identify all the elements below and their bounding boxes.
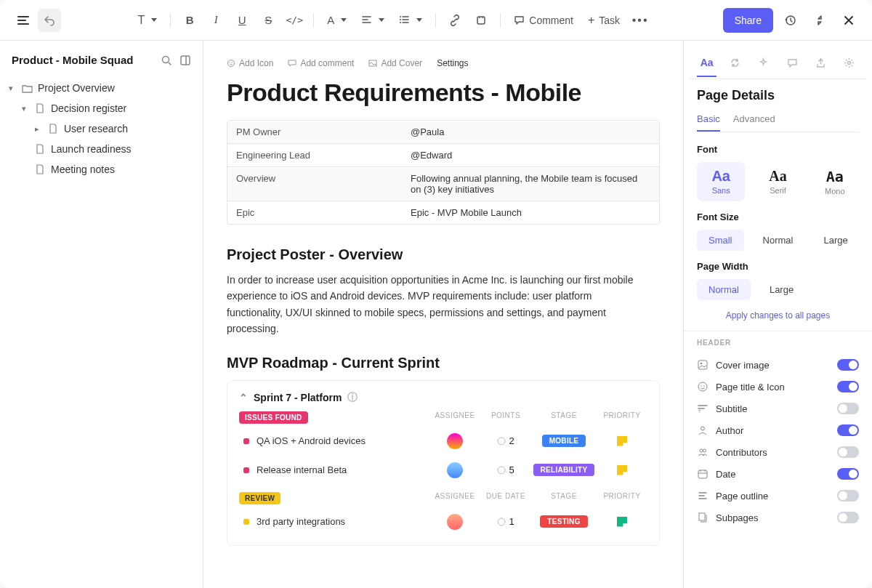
task-row[interactable]: QA iOS + Android devices2MOBILE — [239, 427, 647, 456]
size-normal[interactable]: Normal — [751, 230, 805, 251]
user-icon — [697, 424, 708, 436]
font-card-serif[interactable]: AaSerif — [754, 162, 802, 201]
panel-tab-refresh[interactable] — [722, 49, 748, 76]
add-icon-button[interactable]: Add Icon — [227, 58, 273, 68]
document-icon — [48, 124, 60, 134]
width-large[interactable]: Large — [758, 279, 805, 300]
status-dot — [243, 519, 249, 525]
strike-button[interactable]: S — [257, 9, 280, 32]
priority-flag — [617, 465, 627, 475]
switch[interactable] — [837, 359, 859, 371]
font-label: Font — [697, 144, 859, 155]
switch[interactable] — [837, 424, 859, 436]
tree-item-meeting-notes[interactable]: Meeting notes — [13, 159, 203, 180]
switch[interactable] — [837, 381, 859, 392]
apply-all-link[interactable]: Apply changes to all pages — [697, 310, 859, 321]
status-pill: ISSUES FOUND — [239, 411, 308, 424]
toggle-author: Author — [697, 419, 859, 441]
panel-tab-settings[interactable] — [836, 49, 862, 76]
align-dropdown[interactable] — [355, 9, 390, 32]
table-row: PM Owner@Paula — [227, 121, 659, 144]
info-icon[interactable]: ⓘ — [347, 391, 358, 404]
chevron-up-icon[interactable]: ⌃ — [239, 392, 248, 403]
tree-item-user-research[interactable]: ▸ User research — [26, 118, 203, 139]
text-color-dropdown[interactable]: A — [321, 9, 352, 32]
svg-rect-25 — [699, 513, 705, 520]
svg-point-7 — [228, 60, 235, 67]
switch[interactable] — [837, 512, 859, 523]
points: 2 — [480, 435, 531, 446]
add-comment-button[interactable]: Add comment — [288, 58, 354, 68]
tree-item-decision-register[interactable]: ▾ Decision register — [13, 98, 203, 118]
task-row[interactable]: Release internal Beta5RELIABILITY — [239, 456, 647, 485]
avatar[interactable] — [447, 514, 463, 530]
task-name: Release internal Beta — [257, 464, 429, 475]
svg-point-11 — [498, 438, 505, 445]
link-button[interactable] — [443, 9, 467, 32]
panel-toggle-icon[interactable] — [179, 55, 191, 66]
sprint-name: Sprint 7 - Platform — [254, 392, 342, 403]
subtab-advanced[interactable]: Advanced — [733, 113, 775, 132]
size-large[interactable]: Large — [812, 230, 859, 251]
tree-item-project-overview[interactable]: ▾ Project Overview — [0, 78, 203, 98]
folder-icon — [22, 83, 33, 94]
search-icon[interactable] — [161, 55, 172, 66]
switch[interactable] — [837, 446, 859, 458]
panel-tab-ai[interactable] — [751, 49, 776, 76]
svg-rect-3 — [477, 17, 485, 24]
italic-button[interactable]: I — [204, 9, 227, 32]
code-button[interactable]: </> — [283, 9, 306, 32]
document-icon — [35, 164, 47, 174]
svg-point-2 — [400, 22, 401, 23]
info-table: PM Owner@Paula Engineering Lead@Edward O… — [227, 120, 660, 225]
task-row[interactable]: 3rd party integrations1TESTING — [239, 507, 647, 536]
size-small[interactable]: Small — [697, 230, 744, 251]
chevron-down-icon[interactable]: ▾ — [22, 104, 31, 113]
switch[interactable] — [837, 468, 859, 480]
panel-tab-comments[interactable] — [780, 49, 805, 76]
add-task-button[interactable]: +Task — [582, 9, 626, 32]
chevron-down-icon[interactable]: ▾ — [9, 84, 17, 93]
task-name: 3rd party integrations — [257, 516, 429, 527]
panel-tab-export[interactable] — [808, 49, 833, 76]
image-icon — [697, 359, 708, 371]
font-card-sans[interactable]: AaSans — [697, 162, 745, 201]
share-button[interactable]: Share — [723, 8, 773, 33]
tree-item-launch-readiness[interactable]: Launch readiness — [13, 139, 203, 159]
toggle-subtitle: TSubtitle — [697, 398, 859, 419]
comment-button[interactable]: Comment — [508, 9, 579, 32]
collapse-icon[interactable] — [808, 9, 831, 32]
add-cover-button[interactable]: Add Cover — [368, 58, 422, 68]
font-card-mono[interactable]: AaMono — [811, 162, 859, 201]
toggle-page-title-icon: Page title & Icon — [697, 376, 859, 398]
svg-point-5 — [163, 56, 169, 63]
underline-button[interactable]: U — [230, 9, 254, 32]
width-normal[interactable]: Normal — [697, 279, 751, 300]
text-style-dropdown[interactable]: T — [132, 9, 164, 32]
switch[interactable] — [837, 403, 859, 414]
menu-icon[interactable] — [12, 9, 35, 32]
toggle-cover-image: Cover image — [697, 354, 859, 376]
document-icon — [35, 103, 47, 113]
settings-button[interactable]: Settings — [437, 58, 468, 68]
sprint-card: ⌃ Sprint 7 - Platform ⓘ ISSUES FOUNDASSI… — [227, 380, 660, 546]
poster-body: In order to increase user acquisition op… — [227, 272, 648, 337]
switch[interactable] — [837, 490, 859, 502]
stage-pill: RELIABILITY — [533, 464, 595, 476]
status-dot — [243, 438, 249, 444]
more-icon[interactable]: ••• — [629, 9, 652, 32]
subtab-basic[interactable]: Basic — [697, 113, 720, 132]
chevron-right-icon[interactable]: ▸ — [35, 124, 44, 134]
undo-button[interactable] — [38, 9, 61, 32]
avatar[interactable] — [447, 462, 463, 478]
attachment-button[interactable] — [469, 9, 493, 32]
poster-heading: Project Poster - Overview — [227, 246, 660, 263]
table-row: Engineering Lead@Edward — [227, 144, 659, 167]
list-dropdown[interactable] — [393, 9, 428, 32]
subtitle-icon: T — [697, 403, 708, 414]
history-icon[interactable] — [779, 9, 802, 32]
panel-tab-typography[interactable]: Aa — [694, 49, 719, 76]
bold-button[interactable]: B — [178, 9, 201, 32]
avatar[interactable] — [447, 433, 463, 449]
close-icon[interactable] — [837, 9, 860, 32]
